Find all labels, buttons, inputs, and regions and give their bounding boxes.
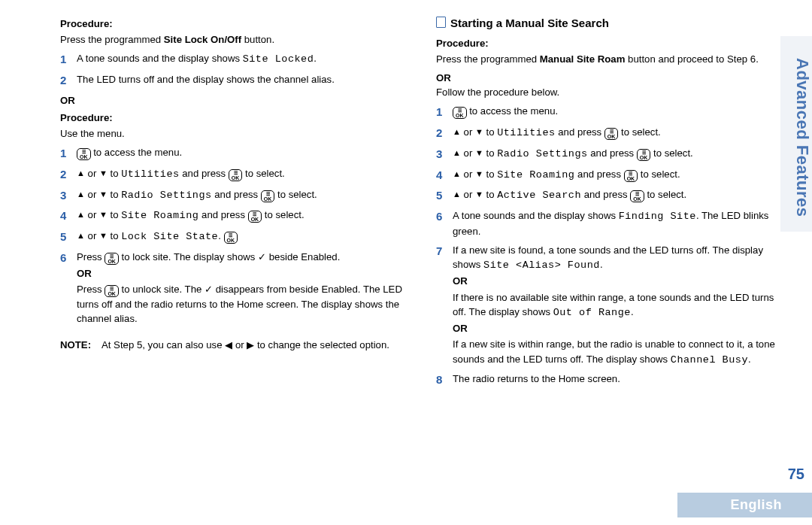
section-title: Starting a Manual Site Search bbox=[450, 17, 609, 29]
procedure-heading: Procedure: bbox=[60, 111, 406, 125]
text: Press the programmed bbox=[436, 53, 540, 65]
text: or bbox=[85, 168, 99, 179]
text: Press bbox=[77, 284, 105, 295]
step-number: 2 bbox=[60, 166, 77, 183]
note-label: NOTE: bbox=[60, 338, 102, 353]
menu-item: Radio Settings bbox=[121, 190, 211, 201]
step-number: 6 bbox=[436, 208, 453, 238]
left-arrow-icon: ◀ bbox=[225, 339, 232, 351]
text: beside Enabled. bbox=[266, 251, 340, 262]
up-arrow-icon: ▲ bbox=[453, 169, 461, 178]
ok-button-icon: ☰OK bbox=[105, 253, 119, 265]
step-number: 2 bbox=[436, 125, 453, 141]
text: to change the selected option. bbox=[254, 339, 389, 351]
text: to select. bbox=[618, 126, 660, 138]
text: to bbox=[108, 230, 121, 241]
step-number: 5 bbox=[60, 229, 77, 245]
step-number: 8 bbox=[436, 372, 453, 388]
text: At Step 5, you can also use bbox=[102, 339, 225, 351]
down-arrow-icon: ▼ bbox=[475, 190, 483, 199]
text: to lock site. The display shows bbox=[119, 251, 258, 262]
check-icon: ✓ bbox=[258, 251, 266, 262]
step: 6 Press ☰OK to lock site. The display sh… bbox=[60, 250, 406, 326]
up-arrow-icon: ▲ bbox=[77, 231, 85, 240]
page-number: 75 bbox=[788, 466, 804, 483]
button-name: Manual Site Roam bbox=[540, 53, 626, 65]
text: to unlock site. The bbox=[119, 284, 205, 295]
ok-button-icon: ☰OK bbox=[604, 128, 619, 140]
left-column: Procedure: Press the programmed Site Loc… bbox=[60, 15, 406, 525]
text: . bbox=[631, 306, 634, 317]
text: and press bbox=[198, 209, 247, 220]
step-body: If a new site is found, a tone sounds an… bbox=[453, 243, 782, 367]
ok-button-icon: ☰OK bbox=[105, 285, 119, 297]
step-body: A tone sounds and the display shows Find… bbox=[453, 208, 782, 238]
menu-item: Radio Settings bbox=[497, 148, 587, 159]
step: 5 ▲ or ▼ to Lock Site State. ☰OK bbox=[60, 229, 406, 245]
text: to bbox=[108, 189, 121, 200]
step-number: 3 bbox=[60, 187, 77, 204]
step: 5 ▲ or ▼ to Active Search and press ☰OK … bbox=[436, 187, 782, 204]
text: or bbox=[461, 147, 475, 159]
text: or bbox=[461, 189, 475, 200]
section-heading: Starting a Manual Site Search bbox=[436, 15, 782, 32]
procedure-intro: Use the menu. bbox=[60, 126, 406, 141]
down-arrow-icon: ▼ bbox=[99, 168, 108, 178]
text: and press bbox=[180, 168, 229, 179]
step-body: ☰OK to access the menu. bbox=[77, 145, 406, 162]
menu-item: Active Search bbox=[497, 190, 581, 201]
ok-button-icon: ☰OK bbox=[624, 170, 638, 182]
up-arrow-icon: ▲ bbox=[77, 168, 85, 178]
display-text: Finding Site bbox=[619, 211, 696, 222]
ok-button-icon: ☰OK bbox=[630, 190, 644, 202]
step: 1 ☰OK to access the menu. bbox=[60, 145, 406, 162]
step-body: ▲ or ▼ to Radio Settings and press ☰OK t… bbox=[453, 146, 782, 162]
step-number: 6 bbox=[60, 250, 77, 326]
step: 4 ▲ or ▼ to Site Roaming and press ☰OK t… bbox=[436, 167, 782, 184]
step-body: ☰OK to access the menu. bbox=[453, 104, 782, 120]
up-arrow-icon: ▲ bbox=[453, 127, 461, 136]
step-number: 4 bbox=[436, 167, 453, 184]
text: A tone sounds and the display shows bbox=[453, 210, 619, 221]
page-content: Procedure: Press the programmed Site Loc… bbox=[0, 0, 812, 525]
step: 2 ▲ or ▼ to Utilities and press ☰OK to s… bbox=[436, 125, 782, 141]
button-name: Site Lock On/Off bbox=[164, 34, 241, 45]
step: 1 ☰OK to access the menu. bbox=[436, 104, 782, 120]
display-text: Channel Busy bbox=[671, 354, 748, 366]
menu-item: Site Roaming bbox=[497, 169, 574, 181]
down-arrow-icon: ▼ bbox=[99, 210, 108, 219]
text: . bbox=[748, 354, 751, 365]
step-number: 4 bbox=[60, 208, 77, 224]
ok-button-icon: ☰OK bbox=[261, 190, 275, 202]
text: to bbox=[483, 189, 497, 200]
text: to bbox=[483, 168, 497, 180]
step: 3 ▲ or ▼ to Radio Settings and press ☰OK… bbox=[60, 187, 406, 204]
procedure-intro: Press the programmed Manual Site Roam bu… bbox=[436, 52, 782, 66]
text: and press bbox=[574, 168, 623, 180]
menu-item: Utilities bbox=[497, 127, 555, 138]
text: to select. bbox=[638, 168, 680, 180]
text: . bbox=[600, 259, 603, 270]
side-tab: Advanced Features bbox=[780, 36, 812, 232]
text: A tone sounds and the display shows bbox=[77, 53, 243, 64]
up-arrow-icon: ▲ bbox=[453, 190, 461, 199]
right-column: Starting a Manual Site Search Procedure:… bbox=[436, 15, 782, 525]
step-body: ▲ or ▼ to Radio Settings and press ☰OK t… bbox=[77, 187, 406, 204]
step-number: 1 bbox=[60, 51, 77, 68]
or-separator: OR bbox=[453, 321, 782, 335]
step-body: ▲ or ▼ to Lock Site State. ☰OK bbox=[77, 229, 406, 245]
step: 7 If a new site is found, a tone sounds … bbox=[436, 243, 782, 367]
procedure-heading: Procedure: bbox=[60, 17, 406, 31]
text: or bbox=[232, 339, 247, 351]
section-box-icon bbox=[436, 17, 446, 28]
down-arrow-icon: ▼ bbox=[475, 148, 483, 157]
procedure-heading: Procedure: bbox=[436, 36, 782, 50]
text: to select. bbox=[644, 189, 686, 200]
text: to bbox=[108, 209, 121, 220]
note-body: At Step 5, you can also use ◀ or ▶ to ch… bbox=[102, 338, 389, 353]
ok-button-icon: ☰OK bbox=[77, 148, 91, 160]
ok-button-icon: ☰OK bbox=[229, 169, 243, 181]
text: Press the programmed bbox=[60, 34, 164, 45]
right-arrow-icon: ▶ bbox=[247, 339, 254, 351]
procedure-intro: Press the programmed Site Lock On/Off bu… bbox=[60, 32, 406, 47]
